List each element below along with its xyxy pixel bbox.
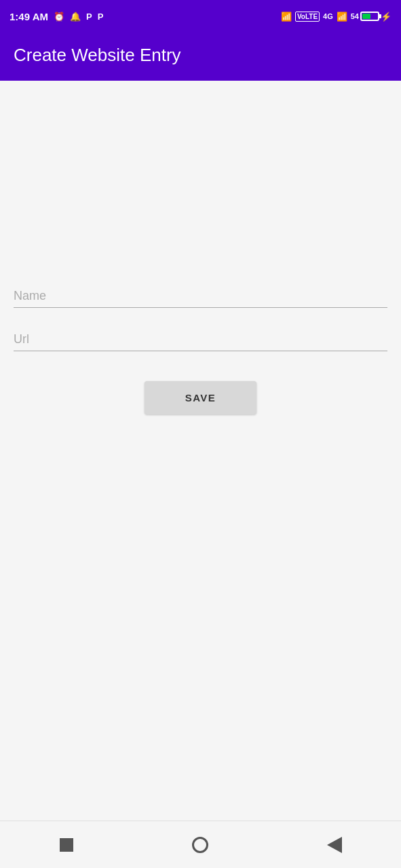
p1-icon: P [86,12,92,22]
recents-icon [60,838,73,852]
battery-tip [379,14,381,18]
navigation-bar [0,821,401,868]
battery-box [360,12,379,21]
recents-button[interactable] [53,831,80,859]
page-title: Create Website Entry [14,45,387,66]
home-icon [192,837,208,853]
save-button-container: SAVE [14,381,387,414]
battery-indicator: 54 ⚡ [351,12,392,22]
p2-icon: P [98,12,104,22]
volte-icon: VoLTE [295,12,320,22]
status-left: 1:49 AM ⏰ 🔔 P P [9,11,103,22]
home-button[interactable] [185,830,215,860]
status-time: 1:49 AM [9,11,48,22]
alarm-icon: ⏰ [54,12,64,22]
save-button[interactable]: SAVE [145,381,257,414]
form-container: SAVE [14,283,387,414]
app-bar: Create Website Entry [0,33,401,81]
battery-percent: 54 [351,12,359,20]
url-input-group [14,327,387,351]
url-input[interactable] [14,327,387,351]
status-bar: 1:49 AM ⏰ 🔔 P P 📶 VoLTE 4G 📶 54 ⚡ [0,0,401,33]
name-input-group [14,283,387,308]
notification-icon: 🔔 [70,12,81,22]
name-input[interactable] [14,283,387,308]
battery-fill [362,14,370,19]
status-right: 📶 VoLTE 4G 📶 54 ⚡ [281,12,392,22]
back-icon [327,837,342,853]
signal-bars-icon: 📶 [337,12,347,22]
back-button[interactable] [320,830,349,860]
charging-icon: ⚡ [381,12,392,22]
wifi-icon: 📶 [281,12,292,22]
content-area: SAVE [0,81,401,821]
4g-icon: 4G [323,12,333,20]
